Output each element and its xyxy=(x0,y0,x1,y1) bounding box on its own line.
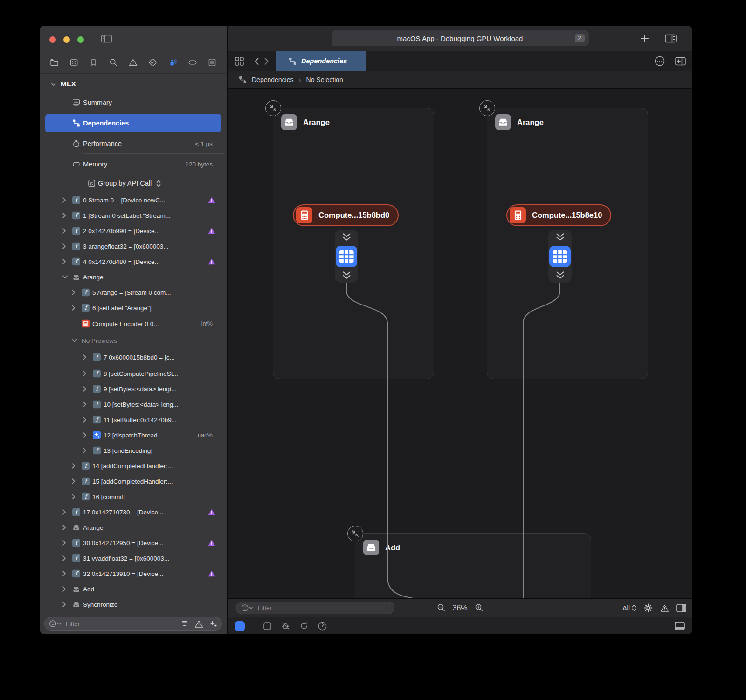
buffer-resource-node[interactable] xyxy=(548,230,572,283)
scope-dropdown[interactable]: All xyxy=(622,604,636,612)
sidebar-item-performance[interactable]: Performance< 1 µs xyxy=(40,133,227,154)
chevron-right-icon[interactable] xyxy=(62,243,66,249)
tests-icon[interactable] xyxy=(147,57,159,68)
add-editor-icon[interactable] xyxy=(675,57,686,66)
tab-overview-icon[interactable] xyxy=(235,56,244,66)
zoom-out-icon[interactable] xyxy=(436,603,446,613)
chevron-down-icon[interactable] xyxy=(62,275,68,279)
tree-row[interactable]: f0 Stream 0 = [Device newC... xyxy=(40,192,227,208)
close-window-button[interactable] xyxy=(49,36,56,43)
tag-icon[interactable] xyxy=(187,57,198,68)
tree-row[interactable]: Add xyxy=(40,581,227,596)
search-icon[interactable] xyxy=(108,57,119,68)
bug-disabled-icon[interactable] xyxy=(281,621,290,631)
chevron-right-icon[interactable] xyxy=(62,228,66,234)
buffer-table-icon[interactable] xyxy=(336,246,357,267)
issues-icon[interactable] xyxy=(128,57,139,68)
tree-row[interactable]: f4 0x14270d480 = [Device... xyxy=(40,254,227,269)
tree-row[interactable]: f14 [addCompletedHandler:... xyxy=(40,458,227,473)
tree-row[interactable]: Synchronize xyxy=(40,596,227,612)
tree-row[interactable]: No Previews xyxy=(40,332,227,349)
tree-row[interactable]: f11 [setBuffer:0x14270b9... xyxy=(40,412,227,427)
minimize-window-button[interactable] xyxy=(63,36,70,43)
sidebar-item-dependencies[interactable]: Dependencies xyxy=(40,113,227,133)
command-buffer-group-add[interactable]: Add xyxy=(355,533,591,598)
go-forward-icon[interactable] xyxy=(264,57,269,65)
breadcrumb-item-dependencies[interactable]: Dependencies xyxy=(252,76,294,83)
sparkle-filter-icon[interactable] xyxy=(209,620,217,628)
dependency-graph-canvas[interactable]: Arange Arange xyxy=(228,89,692,598)
warning-toggle-icon[interactable] xyxy=(660,604,669,612)
tree-row[interactable]: f5 Arange = [Stream 0 com... xyxy=(40,284,227,300)
warning-filter-icon[interactable] xyxy=(194,620,203,628)
bottom-panel-icon[interactable] xyxy=(675,622,685,630)
chevron-right-icon[interactable] xyxy=(62,258,66,264)
tab-dependencies[interactable]: Dependencies xyxy=(276,51,366,71)
crash-icon[interactable] xyxy=(68,57,79,68)
tree-row[interactable]: f9 [setBytes:<data> lengt... xyxy=(40,381,227,396)
compute-encoder-node[interactable]: Compute...15b8e10 xyxy=(506,204,611,226)
chevron-updown-icon[interactable] xyxy=(156,180,161,187)
buffer-table-icon[interactable] xyxy=(549,246,571,267)
chevron-right-icon[interactable] xyxy=(71,493,76,499)
refresh-icon[interactable] xyxy=(299,621,309,631)
chevron-down-icon[interactable] xyxy=(71,339,77,343)
folder-icon[interactable] xyxy=(48,57,60,68)
tree-row[interactable]: f16 [commit] xyxy=(40,489,227,504)
gear-icon[interactable] xyxy=(643,603,653,613)
chevron-right-icon[interactable] xyxy=(71,463,76,469)
chevron-right-icon[interactable] xyxy=(62,540,66,546)
sidebar-item-memory[interactable]: Memory120 bytes xyxy=(40,154,227,174)
tree-row[interactable]: f2 0x14270b990 = [Device... xyxy=(40,223,227,238)
chevron-right-icon[interactable] xyxy=(62,601,66,607)
go-back-icon[interactable] xyxy=(254,57,259,65)
viewport-icon[interactable] xyxy=(263,622,272,631)
sidebar-filter-input[interactable] xyxy=(65,620,177,628)
sidebar-filter-field[interactable] xyxy=(44,617,222,631)
tree-row[interactable]: Arange xyxy=(40,520,227,535)
chevron-right-icon[interactable] xyxy=(62,212,66,218)
tree-row[interactable]: f8 [setComputePipelineSt... xyxy=(40,366,227,381)
chevron-right-icon[interactable] xyxy=(83,447,87,453)
chevron-right-icon[interactable] xyxy=(62,586,66,592)
chevron-right-icon[interactable] xyxy=(83,370,87,376)
zoom-window-button[interactable] xyxy=(77,36,84,43)
tree-row[interactable]: f6 [setLabel:"Arange"] xyxy=(40,300,227,315)
tree-row[interactable]: f10 [setBytes:<data> leng... xyxy=(40,396,227,412)
tree-row[interactable]: CGroup by API Call xyxy=(40,174,227,192)
tree-row[interactable]: 12 [dispatchThread...nan% xyxy=(40,427,227,443)
graph-mode-button[interactable] xyxy=(235,621,245,631)
chevron-right-icon[interactable] xyxy=(62,524,66,530)
buffer-resource-node[interactable] xyxy=(335,230,358,283)
tree-row[interactable]: f7 0x6000015b8bd0 = [c... xyxy=(40,349,227,366)
chevron-right-icon[interactable] xyxy=(83,416,87,423)
new-tab-icon[interactable] xyxy=(640,34,649,43)
sidebar-item-summary[interactable]: Summary xyxy=(40,92,227,113)
chevron-right-icon[interactable] xyxy=(83,354,87,360)
bookmark-icon[interactable] xyxy=(88,57,99,68)
collapse-group-button[interactable] xyxy=(347,526,363,541)
collapse-group-button[interactable] xyxy=(479,100,495,116)
chevron-right-icon[interactable] xyxy=(83,432,87,438)
tree-row[interactable]: f32 0x142713910 = [Device... xyxy=(40,566,227,581)
tree-row[interactable]: f13 [endEncoding] xyxy=(40,443,227,458)
chevron-right-icon[interactable] xyxy=(62,509,66,515)
tree-root-item[interactable]: MLX xyxy=(40,76,227,92)
tree-row[interactable]: f30 0x142712950 = [Device... xyxy=(40,535,227,550)
chevron-right-icon[interactable] xyxy=(71,289,76,295)
collapse-group-button[interactable] xyxy=(265,100,281,116)
tree-row[interactable]: f17 0x142710730 = [Device... xyxy=(40,504,227,520)
chevron-right-icon[interactable] xyxy=(62,197,66,203)
graph-filter-input[interactable] xyxy=(257,604,389,612)
inspector-panel-icon[interactable] xyxy=(676,604,686,612)
more-options-icon[interactable] xyxy=(654,55,665,67)
editor-layout-icon[interactable] xyxy=(665,34,677,43)
chevron-right-icon[interactable] xyxy=(62,555,66,561)
breadcrumb-item-selection[interactable]: No Selection xyxy=(306,76,343,83)
compute-encoder-node[interactable]: Compute...15b8bd0 xyxy=(293,204,399,226)
zoom-in-icon[interactable] xyxy=(474,603,484,613)
flatten-icon[interactable] xyxy=(180,620,189,628)
document-title-pill[interactable]: macOS App - Debugging GPU Workload 2 xyxy=(332,30,589,46)
tree-row[interactable]: f31 vvaddfloat32 = [0x600003... xyxy=(40,550,227,566)
chevron-right-icon[interactable] xyxy=(71,478,76,484)
